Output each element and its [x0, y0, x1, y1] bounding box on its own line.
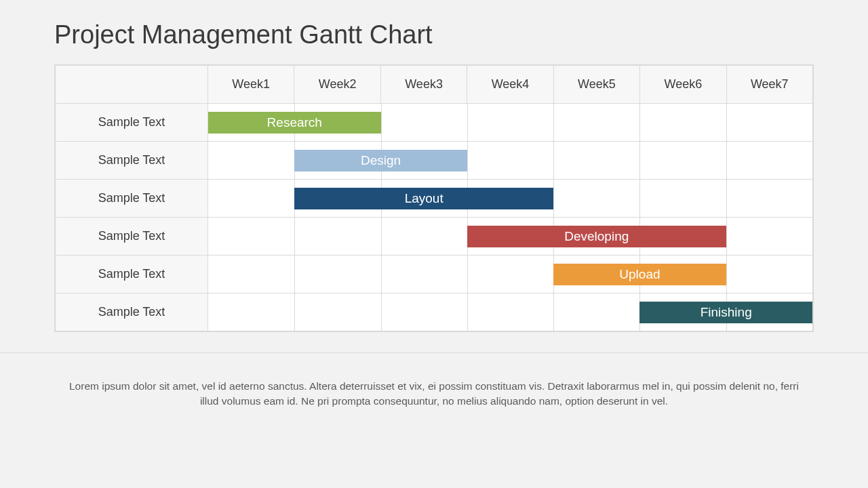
col-header: Week7 — [726, 66, 812, 104]
table-corner — [56, 66, 208, 104]
row-label: Sample Text — [56, 142, 208, 180]
gantt-bar: Upload — [553, 264, 726, 285]
gantt-bar: Design — [294, 150, 467, 171]
col-header: Week1 — [208, 66, 294, 104]
table-row: Sample TextDesign — [56, 142, 813, 180]
table-row: Sample TextLayout — [56, 180, 813, 218]
col-header: Week2 — [294, 66, 380, 104]
row-label: Sample Text — [56, 293, 208, 331]
table-row: Sample TextFinishing — [56, 293, 813, 331]
col-header: Week4 — [467, 66, 553, 104]
gantt-bar: Layout — [294, 188, 553, 209]
row-track: Layout — [208, 180, 813, 218]
table-row: Sample TextDeveloping — [56, 218, 813, 256]
row-track: Developing — [208, 218, 813, 256]
footer-text: Lorem ipsum dolor sit amet, vel id aeter… — [54, 379, 814, 409]
divider — [0, 352, 868, 353]
row-track: Design — [208, 142, 813, 180]
gantt-chart: Week1 Week2 Week3 Week4 Week5 Week6 Week… — [54, 64, 814, 332]
page-title: Project Management Gantt Chart — [54, 20, 814, 49]
gantt-bar: Finishing — [639, 302, 812, 323]
col-header: Week6 — [640, 66, 726, 104]
gantt-bar: Developing — [467, 226, 726, 247]
row-label: Sample Text — [56, 104, 208, 142]
row-label: Sample Text — [56, 218, 208, 256]
col-header: Week5 — [553, 66, 639, 104]
col-header: Week3 — [380, 66, 467, 104]
gantt-bar: Research — [208, 112, 381, 134]
gantt-table: Week1 Week2 Week3 Week4 Week5 Week6 Week… — [55, 65, 813, 331]
table-row: Sample TextUpload — [56, 256, 813, 293]
table-row: Sample TextResearch — [56, 104, 813, 142]
row-track: Finishing — [208, 293, 813, 331]
row-label: Sample Text — [56, 180, 208, 218]
row-track: Research — [208, 104, 813, 142]
row-label: Sample Text — [56, 256, 208, 293]
row-track: Upload — [208, 256, 813, 293]
